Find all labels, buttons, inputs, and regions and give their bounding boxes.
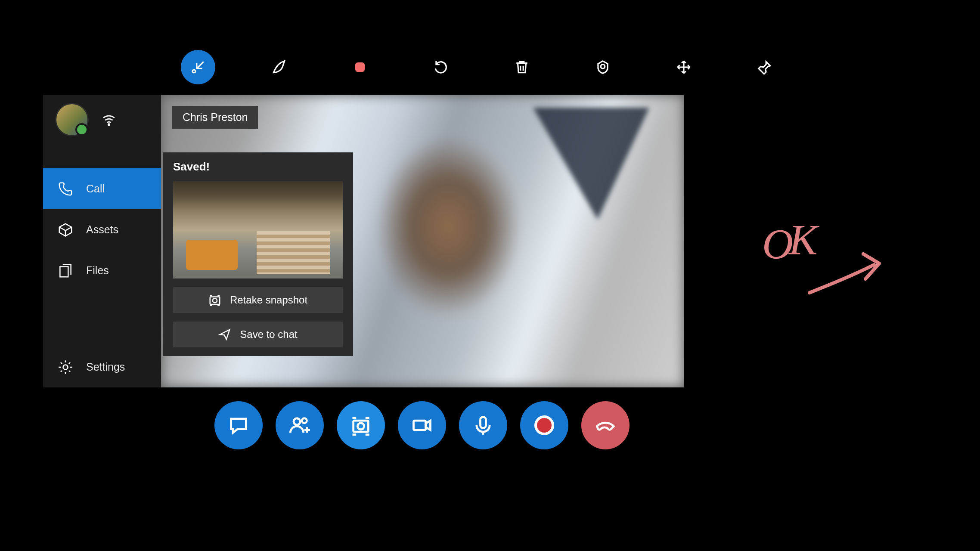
call-controls <box>214 401 630 449</box>
gear-icon <box>57 359 74 376</box>
svg-point-7 <box>213 298 217 303</box>
files-icon <box>57 262 74 279</box>
svg-rect-4 <box>60 266 68 277</box>
sidebar: Call Assets Files Set <box>43 95 161 387</box>
mic-button[interactable] <box>459 401 507 449</box>
square-icon <box>352 59 368 75</box>
add-people-button[interactable] <box>276 401 324 449</box>
svg-point-11 <box>357 423 364 430</box>
record-icon <box>534 415 554 435</box>
snapshot-panel: Saved! Retake snapshot Save to chat <box>163 152 353 356</box>
people-add-icon <box>288 414 311 436</box>
collapse-button[interactable] <box>181 50 215 84</box>
sidebar-item-label: Call <box>86 183 105 195</box>
camera-retake-icon <box>208 294 221 306</box>
mic-icon <box>472 414 494 436</box>
svg-point-8 <box>294 418 300 425</box>
video-icon <box>411 414 433 436</box>
move-button[interactable] <box>667 50 701 84</box>
ink-text: K <box>788 224 819 263</box>
caller-name-label: Chris Preston <box>172 106 258 129</box>
arrow-in-icon <box>190 59 206 75</box>
move-icon <box>676 59 692 75</box>
ink-button[interactable] <box>262 50 296 84</box>
undo-icon <box>433 59 449 75</box>
wifi-icon <box>102 112 116 127</box>
box-icon <box>57 221 74 238</box>
video-button[interactable] <box>398 401 446 449</box>
svg-point-2 <box>601 65 605 69</box>
snapshot-thumbnail[interactable] <box>173 181 343 279</box>
avatar[interactable] <box>55 103 89 136</box>
sidebar-header <box>43 95 161 145</box>
call-window: Call Assets Files Set <box>43 95 684 387</box>
sidebar-item-label: Assets <box>86 223 118 236</box>
chat-button[interactable] <box>214 401 263 449</box>
camera-snapshot-icon <box>350 414 372 436</box>
svg-point-9 <box>302 418 307 423</box>
undo-button[interactable] <box>424 50 458 84</box>
save-to-chat-button[interactable]: Save to chat <box>173 322 343 347</box>
pen-icon <box>271 59 287 75</box>
ink-annotation: O K <box>762 224 891 297</box>
svg-rect-1 <box>355 62 365 72</box>
delete-button[interactable] <box>505 50 539 84</box>
retake-label: Retake snapshot <box>230 294 307 306</box>
sidebar-item-label: Settings <box>86 361 125 373</box>
record-button[interactable] <box>520 401 568 449</box>
svg-rect-12 <box>414 421 426 430</box>
sidebar-item-assets[interactable]: Assets <box>43 209 161 250</box>
sidebar-item-call[interactable]: Call <box>43 168 161 209</box>
svg-rect-13 <box>481 417 486 428</box>
svg-point-0 <box>192 70 195 73</box>
pin-button[interactable] <box>747 50 782 84</box>
trash-icon <box>514 59 530 75</box>
send-icon <box>218 328 231 341</box>
snapshot-button[interactable] <box>337 401 385 449</box>
sidebar-item-settings[interactable]: Settings <box>43 347 161 387</box>
caller-name-text: Chris Preston <box>183 111 248 123</box>
save-label: Save to chat <box>240 328 297 341</box>
chat-icon <box>227 414 250 436</box>
hangup-button[interactable] <box>581 401 630 449</box>
shape-button[interactable] <box>343 50 377 84</box>
pin-icon <box>757 59 773 75</box>
sidebar-item-files[interactable]: Files <box>43 250 161 291</box>
sidebar-item-label: Files <box>86 264 109 277</box>
snapshot-status: Saved! <box>163 152 353 181</box>
svg-point-3 <box>108 124 109 125</box>
annotate-button[interactable] <box>586 50 620 84</box>
hangup-icon <box>594 414 617 436</box>
phone-icon <box>57 180 74 198</box>
target-icon <box>595 59 611 75</box>
retake-snapshot-button[interactable]: Retake snapshot <box>173 287 343 313</box>
svg-point-5 <box>63 365 68 369</box>
annotation-toolbar <box>181 50 782 84</box>
